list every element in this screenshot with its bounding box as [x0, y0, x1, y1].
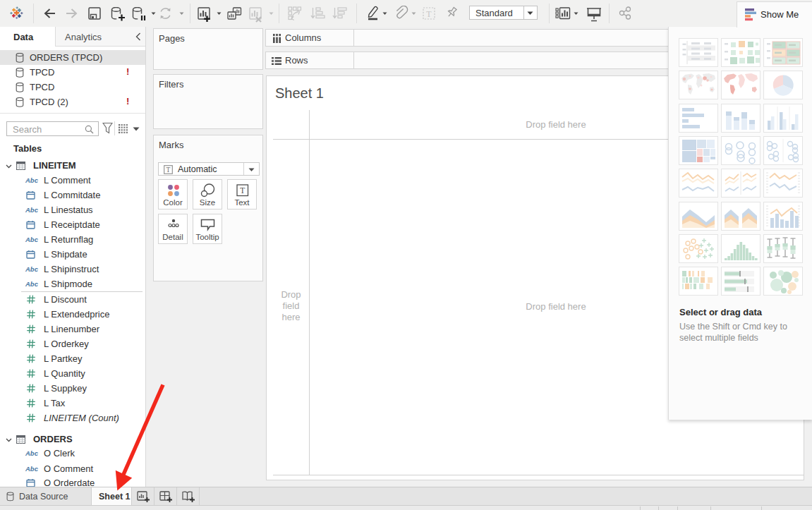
svg-text:T: T — [166, 166, 171, 174]
svg-text:T: T — [240, 186, 245, 195]
svg-text:T: T — [426, 9, 432, 19]
